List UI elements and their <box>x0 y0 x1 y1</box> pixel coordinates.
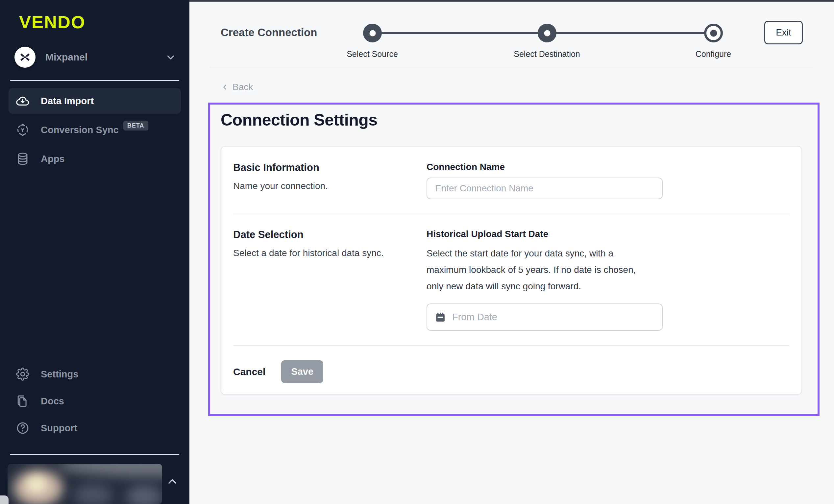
sidebar-divider-bottom <box>10 454 179 455</box>
section-description: Select a date for historical data sync. <box>233 248 426 258</box>
step-label-configure: Configure <box>696 49 731 59</box>
back-link[interactable]: Back <box>221 82 253 92</box>
basic-information-section: Basic Information Name your connection. … <box>233 162 790 199</box>
back-label: Back <box>233 82 253 92</box>
connection-name-label: Connection Name <box>426 162 790 172</box>
blur-blob <box>57 464 162 477</box>
workspace-switcher[interactable]: Mixpanel <box>15 47 176 68</box>
exit-button[interactable]: Exit <box>764 21 803 44</box>
step-dot-select-source[interactable] <box>363 24 382 42</box>
section-heading: Date Selection <box>233 229 426 241</box>
sidebar-footer-nav: Settings Docs <box>8 361 181 441</box>
panel-title: Connection Settings <box>221 110 817 130</box>
sidebar-item-settings[interactable]: Settings <box>8 361 181 387</box>
divider <box>233 345 790 346</box>
settings-card: Basic Information Name your connection. … <box>221 146 802 395</box>
step-label-select-destination: Select Destination <box>514 49 580 59</box>
help-circle-icon <box>15 420 30 436</box>
section-right: Historical Upload Start Date Select the … <box>426 229 790 331</box>
user-area <box>0 461 190 504</box>
sidebar-spacer <box>0 172 190 361</box>
sidebar-item-label: Apps <box>41 154 65 165</box>
sidebar: VENDO Mixpanel <box>0 0 190 504</box>
sidebar-item-data-import[interactable]: Data Import <box>8 88 181 114</box>
sidebar-nav: Data Import Conversion Sync BETA <box>8 88 181 172</box>
section-left: Basic Information Name your connection. <box>233 162 426 199</box>
sidebar-divider-top <box>10 80 179 81</box>
section-description: Name your connection. <box>233 181 426 191</box>
cancel-button[interactable]: Cancel <box>233 366 265 377</box>
sidebar-item-docs[interactable]: Docs <box>8 388 181 414</box>
create-connection-header: Create Connection Select Source Select D… <box>190 2 834 67</box>
main-content: Create Connection Select Source Select D… <box>190 0 834 504</box>
section-right: Connection Name <box>426 162 790 199</box>
sidebar-item-label: Docs <box>41 396 64 407</box>
stepper-line-1 <box>372 32 547 34</box>
start-date-help-text: Select the start date for your data sync… <box>426 245 650 294</box>
mixpanel-logo-icon <box>15 47 36 68</box>
connection-settings-panel: Connection Settings Basic Information Na… <box>208 103 819 416</box>
section-left: Date Selection Select a date for histori… <box>233 229 426 331</box>
start-date-label: Historical Upload Start Date <box>426 229 790 239</box>
sidebar-item-apps[interactable]: Apps <box>8 146 181 172</box>
workspace-name: Mixpanel <box>45 51 165 63</box>
step-label-select-source: Select Source <box>347 49 398 59</box>
blur-blob <box>73 484 113 504</box>
gear-icon <box>15 367 30 382</box>
section-heading: Basic Information <box>233 162 426 174</box>
beta-badge: BETA <box>123 120 148 131</box>
calendar-icon <box>434 311 446 323</box>
sidebar-item-conversion-sync[interactable]: Conversion Sync BETA <box>8 117 181 143</box>
stepper-line-2 <box>547 32 713 34</box>
database-icon <box>15 151 30 166</box>
date-selection-section: Date Selection Select a date for histori… <box>233 229 790 331</box>
chevron-up-icon[interactable] <box>166 475 179 488</box>
blur-blob <box>126 485 162 504</box>
form-actions: Cancel Save <box>233 360 790 383</box>
corner-decoration <box>0 496 8 504</box>
sidebar-item-support[interactable]: Support <box>8 415 181 441</box>
sidebar-item-label: Data Import <box>41 96 94 107</box>
sidebar-item-label: Settings <box>41 369 78 380</box>
save-button[interactable]: Save <box>281 360 323 383</box>
blur-blob <box>27 476 46 493</box>
vendo-logo: VENDO <box>19 12 190 32</box>
documents-icon <box>15 394 30 409</box>
user-profile-blurred[interactable] <box>7 464 162 504</box>
sync-move-icon <box>15 122 30 137</box>
cloud-download-icon <box>15 93 30 109</box>
from-date-field[interactable] <box>426 304 663 331</box>
chevron-left-icon <box>221 83 229 91</box>
page-title: Create Connection <box>221 26 317 39</box>
divider <box>233 214 790 214</box>
connection-name-input[interactable] <box>426 178 663 199</box>
from-date-input[interactable] <box>452 312 655 323</box>
app-screen: VENDO Mixpanel <box>0 0 834 504</box>
step-dot-configure[interactable] <box>704 24 723 42</box>
sidebar-item-label: Conversion Sync <box>41 125 119 135</box>
sidebar-item-label: Support <box>41 423 77 434</box>
step-dot-select-destination[interactable] <box>538 24 556 42</box>
chevron-down-icon <box>165 51 176 63</box>
